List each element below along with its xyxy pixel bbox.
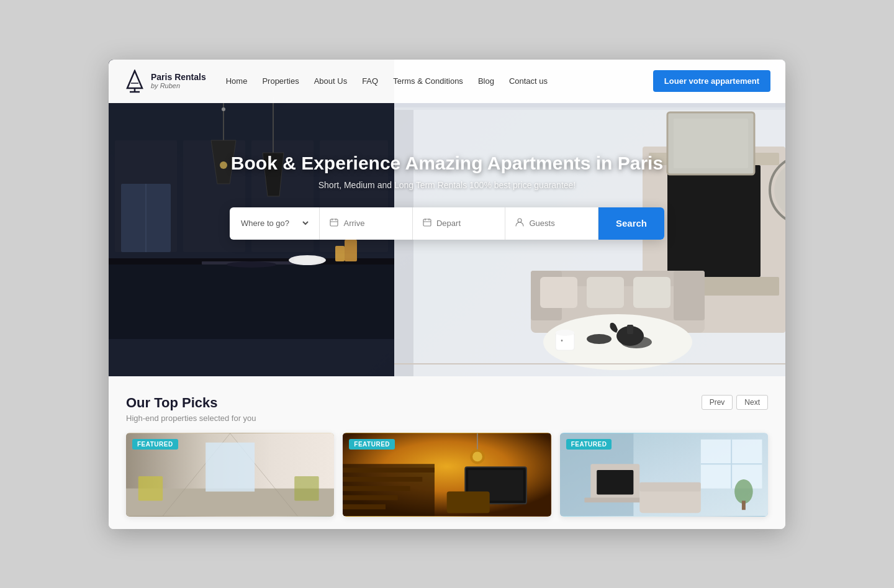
where-select[interactable]: Where to go? — [238, 218, 310, 228]
browser-window: • Paris Rentals by Ru — [109, 60, 785, 529]
svg-rect-93 — [639, 488, 701, 512]
hero-title: Book & Experience Amazing Apartments in … — [231, 153, 663, 174]
svg-rect-96 — [742, 500, 746, 510]
svg-rect-58 — [423, 219, 431, 226]
svg-rect-68 — [205, 442, 255, 491]
arrive-input[interactable] — [343, 219, 393, 228]
carousel-nav: Prev Next — [702, 395, 768, 410]
nav-contact[interactable]: Contact us — [509, 76, 548, 86]
guests-field[interactable] — [505, 207, 598, 240]
property-cards-grid: FEATURED — [126, 433, 768, 517]
search-button[interactable]: Search — [598, 207, 664, 240]
depart-input[interactable] — [436, 219, 486, 228]
logo-icon — [124, 69, 146, 94]
svg-rect-94 — [639, 482, 701, 491]
featured-badge-3: FEATURED — [566, 439, 612, 450]
svg-point-95 — [734, 479, 753, 503]
brand-name: Paris Rentals — [151, 72, 206, 83]
property-card[interactable]: FEATURED — [126, 433, 334, 517]
navbar: Paris Rentals by Ruben Home Properties A… — [109, 60, 785, 103]
prev-button[interactable]: Prev — [702, 395, 733, 410]
svg-rect-84 — [447, 491, 490, 513]
nav-terms[interactable]: Terms & Conditions — [393, 76, 463, 86]
nav-about[interactable]: About Us — [314, 76, 347, 86]
where-field[interactable]: Where to go? — [230, 207, 320, 240]
nav-faq[interactable]: FAQ — [362, 76, 378, 86]
svg-rect-54 — [330, 219, 338, 226]
nav-home[interactable]: Home — [226, 76, 248, 86]
top-picks-subtitle: High-end properties selected for you — [126, 414, 256, 423]
arrive-field[interactable] — [320, 207, 412, 240]
arrive-calendar-icon — [330, 218, 338, 228]
brand-tagline: by Ruben — [151, 82, 206, 90]
svg-rect-69 — [138, 476, 163, 500]
depart-field[interactable] — [413, 207, 505, 240]
nav-blog[interactable]: Blog — [478, 76, 494, 86]
svg-rect-92 — [584, 497, 646, 502]
top-picks-section: Our Top Picks High-end properties select… — [109, 376, 785, 529]
hero-subtitle: Short, Medium and Long Term Rentals 100%… — [318, 180, 576, 190]
svg-point-81 — [472, 451, 482, 461]
guests-input[interactable] — [529, 219, 566, 228]
nav-properties[interactable]: Properties — [262, 76, 299, 86]
top-picks-title: Our Top Picks — [126, 395, 256, 411]
svg-rect-70 — [294, 476, 318, 500]
top-picks-header: Our Top Picks High-end properties select… — [126, 395, 768, 423]
featured-badge-2: FEATURED — [349, 439, 395, 450]
property-card[interactable]: FEATURED — [343, 433, 551, 517]
hero-content: Book & Experience Amazing Apartments in … — [109, 103, 785, 240]
search-bar: Where to go? — [230, 207, 664, 240]
nav-links: Home Properties About Us FAQ Terms & Con… — [226, 76, 653, 86]
guests-icon — [515, 218, 524, 228]
featured-badge-1: FEATURED — [132, 439, 178, 450]
logo-link[interactable]: Paris Rentals by Ruben — [124, 69, 206, 94]
cta-button[interactable]: Louer votre appartement — [653, 70, 770, 92]
top-picks-title-area: Our Top Picks High-end properties select… — [126, 395, 256, 423]
svg-rect-91 — [597, 470, 633, 494]
svg-marker-50 — [127, 71, 142, 88]
depart-calendar-icon — [423, 218, 431, 228]
svg-point-62 — [518, 219, 522, 222]
hero-section: • Paris Rentals by Ru — [109, 60, 785, 376]
logo-text: Paris Rentals by Ruben — [151, 72, 206, 91]
property-card[interactable]: FEATURED — [560, 433, 768, 517]
next-button[interactable]: Next — [736, 395, 768, 410]
